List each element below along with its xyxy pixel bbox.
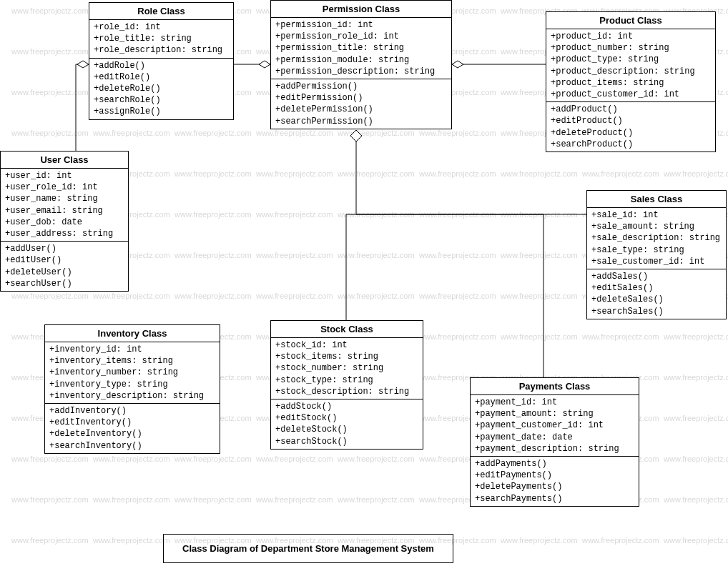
class-attribute: +permission_module: string [275,54,447,66]
class-attribute: +user_role_id: int [5,182,124,193]
class-title: Stock Class [271,321,423,338]
class-attribute: +product_items: string [551,77,711,89]
class-attribute: +user_id: int [5,170,124,182]
class-operation: +searchPermission() [275,116,447,127]
class-operation: +deleteProduct() [551,127,711,139]
class-attribute: +role_id: int [94,21,229,33]
class-user: User Class +user_id: int+user_role_id: i… [0,151,129,292]
class-attribute: +permission_description: string [275,66,447,77]
class-attribute: +stock_number: string [275,362,418,374]
class-attribute: +stock_description: string [275,386,418,397]
class-operations: +addProduct()+editProduct()+deleteProduc… [546,102,715,152]
class-attribute: +product_number: string [551,42,711,54]
class-attribute: +stock_items: string [275,351,418,362]
class-payments: Payments Class +payment_id: int+payment_… [470,377,639,507]
class-operations: +addStock()+editStock()+deleteStock()+se… [271,399,423,449]
class-attribute: +user_name: string [5,193,124,204]
class-attribute: +permission_title: string [275,42,447,54]
class-attribute: +inventory_items: string [49,355,215,367]
diagram-caption-box: Class Diagram of Department Store Manage… [163,534,453,563]
class-operation: +searchProduct() [551,139,711,150]
class-permission: Permission Class +permission_id: int+per… [270,0,452,129]
class-sales: Sales Class +sale_id: int+sale_amount: s… [586,190,727,319]
class-operation: +searchSales() [591,306,722,317]
class-attributes: +stock_id: int+stock_items: string+stock… [271,338,423,399]
diagram-canvas: (function(){ const data = JSON.parse(doc… [0,0,728,566]
class-operation: +deletePermission() [275,104,447,115]
class-attribute: +product_description: string [551,66,711,77]
class-operation: +addProduct() [551,104,711,115]
svg-marker-7 [350,130,362,142]
class-operation: +editPermission() [275,92,447,104]
class-operation: +searchUser() [5,278,124,289]
class-attribute: +stock_type: string [275,374,418,386]
svg-marker-1 [259,61,270,68]
class-operation: +deletePayments() [475,481,634,492]
class-attributes: +role_id: int+role_title: string+role_de… [89,20,233,59]
class-operation: +deleteUser() [5,267,124,278]
class-operation: +addUser() [5,243,124,254]
class-attributes: +user_id: int+user_role_id: int+user_nam… [1,169,128,242]
class-stock: Stock Class +stock_id: int+stock_items: … [270,320,423,450]
class-operation: +assignRole() [94,106,229,117]
class-operation: +editInventory() [49,417,215,428]
class-attribute: +payment_date: date [475,432,634,443]
class-operation: +addInventory() [49,405,215,417]
class-operation: +editSales() [591,282,722,294]
class-operation: +addPayments() [475,458,634,470]
class-title: Inventory Class [45,325,220,342]
class-attribute: +inventory_type: string [49,379,215,390]
class-attribute: +sale_description: string [591,232,722,244]
class-operations: +addSales()+editSales()+deleteSales()+se… [587,269,726,319]
class-operation: +addRole() [94,60,229,71]
class-attribute: +product_type: string [551,54,711,65]
class-product: Product Class +product_id: int+product_n… [546,11,716,152]
class-attributes: +inventory_id: int+inventory_items: stri… [45,342,220,404]
class-attribute: +sale_customer_id: int [591,256,722,267]
class-operations: +addInventory()+editInventory()+deleteIn… [45,404,220,453]
class-operation: +deleteStock() [275,424,418,435]
class-operation: +searchStock() [275,436,418,447]
class-attribute: +inventory_number: string [49,367,215,378]
class-attribute: +payment_customer_id: int [475,419,634,431]
class-attribute: +user_address: string [5,228,124,239]
class-attribute: +role_description: string [94,44,229,56]
class-attributes: +product_id: int+product_number: string+… [546,29,715,102]
class-attribute: +sale_type: string [591,244,722,256]
class-title: Sales Class [587,191,726,208]
class-operation: +editRole() [94,71,229,83]
class-title: Product Class [546,12,715,29]
class-attribute: +product_customer_id: int [551,89,711,100]
class-operations: +addPayments()+editPayments()+deletePaym… [471,457,639,506]
class-attribute: +permission_role_id: int [275,31,447,42]
class-attributes: +sale_id: int+sale_amount: string+sale_d… [587,208,726,269]
class-operation: +editStock() [275,412,418,424]
class-title: Role Class [89,3,233,20]
class-operation: +editPayments() [475,470,634,481]
class-attribute: +inventory_id: int [49,344,215,355]
svg-marker-4 [77,61,89,68]
class-attribute: +sale_amount: string [591,221,722,232]
class-operation: +searchPayments() [475,493,634,505]
class-attribute: +product_id: int [551,31,711,42]
svg-marker-6 [452,61,463,68]
class-operations: +addRole()+editRole()+deleteRole()+searc… [89,59,233,119]
diagram-caption: Class Diagram of Department Store Manage… [182,543,434,554]
class-inventory: Inventory Class +inventory_id: int+inven… [44,324,220,454]
class-attribute: +user_email: string [5,205,124,217]
class-operation: +deleteSales() [591,294,722,305]
class-operation: +deleteRole() [94,83,229,94]
class-title: Permission Class [271,1,451,18]
class-attributes: +payment_id: int+payment_amount: string+… [471,395,639,457]
class-attribute: +user_dob: date [5,217,124,228]
class-operation: +searchInventory() [49,440,215,452]
class-title: User Class [1,152,128,169]
class-operation: +editProduct() [551,115,711,126]
class-attribute: +stock_id: int [275,339,418,351]
class-operation: +addStock() [275,401,418,412]
class-attributes: +permission_id: int+permission_role_id: … [271,18,451,79]
class-attribute: +role_title: string [94,33,229,44]
class-operation: +addPermission() [275,81,447,92]
class-operation: +editUser() [5,254,124,266]
class-operations: +addUser()+editUser()+deleteUser()+searc… [1,242,128,291]
